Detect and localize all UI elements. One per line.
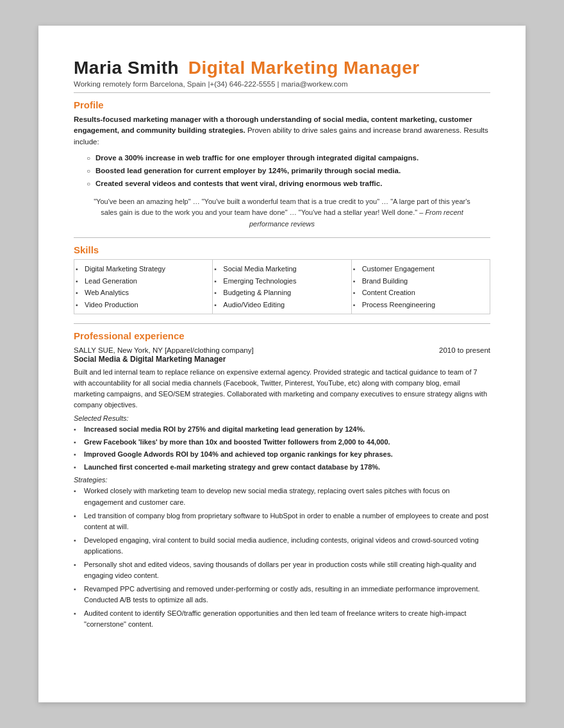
skills-divider bbox=[74, 237, 490, 238]
skill-2-3: Budgeting & Planning bbox=[214, 287, 347, 298]
profile-section: Profile Results-focused marketing manage… bbox=[74, 99, 490, 230]
skills-table: Digital Marketing Strategy Lead Generati… bbox=[74, 259, 490, 314]
profile-divider bbox=[74, 92, 490, 93]
selected-results-label: Selected Results: bbox=[74, 414, 490, 422]
skill-1-1: Digital Marketing Strategy bbox=[76, 264, 208, 275]
skill-3-4: Process Reengineering bbox=[353, 300, 486, 310]
skills-col-2: Social Media Marketing Emerging Technolo… bbox=[213, 260, 351, 314]
skill-1-4: Video Production bbox=[76, 300, 208, 310]
profile-bullets: Drove a 300% increase in web traffic for… bbox=[87, 153, 490, 190]
job-dates: 2010 to present bbox=[439, 346, 490, 354]
strategy-3: Developed engaging, viral content to bui… bbox=[74, 535, 490, 557]
header-name: Maria Smith bbox=[74, 58, 179, 78]
skills-col-3-list: Customer Engagement Brand Building Conte… bbox=[353, 264, 486, 310]
quote-text: "You've been an amazing help" … "You've … bbox=[94, 198, 470, 217]
job-company: SALLY SUE, New York, NY [Apparel/clothin… bbox=[74, 346, 254, 354]
header: Maria Smith Digital Marketing Manager Wo… bbox=[74, 58, 490, 88]
skill-3-3: Content Creation bbox=[353, 287, 486, 298]
skills-col-1-list: Digital Marketing Strategy Lead Generati… bbox=[76, 264, 208, 310]
strategy-1: Worked closely with marketing team to de… bbox=[74, 486, 490, 507]
skill-3-1: Customer Engagement bbox=[353, 264, 486, 275]
job-description: Built and led internal team to replace r… bbox=[74, 367, 490, 411]
result-1: Increased social media ROI by 275% and d… bbox=[74, 424, 490, 435]
result-2: Grew Facebook 'likes' by more than 10x a… bbox=[74, 437, 490, 448]
skill-1-2: Lead Generation bbox=[76, 276, 208, 287]
result-3: Improved Google Adwords ROI by 104% and … bbox=[74, 449, 490, 460]
exp-divider bbox=[74, 323, 490, 324]
skill-2-1: Social Media Marketing bbox=[214, 264, 347, 275]
job-title: Social Media & Digital Marketing Manager bbox=[74, 355, 490, 364]
skills-section: Skills Digital Marketing Strategy Lead G… bbox=[74, 244, 490, 314]
profile-intro: Results-focused marketing manager with a… bbox=[74, 114, 490, 148]
skill-2-2: Emerging Technologies bbox=[214, 276, 347, 287]
job-header-row: SALLY SUE, New York, NY [Apparel/clothin… bbox=[74, 346, 490, 354]
skill-3-2: Brand Building bbox=[353, 276, 486, 287]
skills-col-3: Customer Engagement Brand Building Conte… bbox=[351, 260, 490, 314]
strategies-list: Worked closely with marketing team to de… bbox=[74, 486, 490, 630]
strategy-5: Revamped PPC advertising and removed und… bbox=[74, 584, 490, 605]
selected-results-list: Increased social media ROI by 275% and d… bbox=[74, 424, 490, 472]
profile-bullet-2: Boosted lead generation for current empl… bbox=[87, 165, 490, 176]
skills-col-2-list: Social Media Marketing Emerging Technolo… bbox=[214, 264, 347, 310]
strategy-2: Led transition of company blog from prop… bbox=[74, 511, 490, 532]
exp-section-title: Professional experience bbox=[74, 330, 490, 341]
result-4: Launched first concerted e-mail marketin… bbox=[74, 462, 490, 473]
profile-quote: "You've been an amazing help" … "You've … bbox=[87, 196, 477, 230]
job-entry-1: SALLY SUE, New York, NY [Apparel/clothin… bbox=[74, 346, 490, 630]
skill-2-4: Audio/Video Editing bbox=[214, 300, 347, 310]
profile-bullet-3: Created several videos and contests that… bbox=[87, 178, 490, 189]
skills-col-1: Digital Marketing Strategy Lead Generati… bbox=[74, 260, 213, 314]
strategy-6: Audited content to identify SEO/traffic … bbox=[74, 608, 490, 630]
resume-page: Maria Smith Digital Marketing Manager Wo… bbox=[38, 26, 526, 702]
skills-row: Digital Marketing Strategy Lead Generati… bbox=[74, 260, 490, 314]
profile-section-title: Profile bbox=[74, 99, 490, 110]
header-contact: Working remotely form Barcelona, Spain |… bbox=[74, 80, 490, 88]
experience-section: Professional experience SALLY SUE, New Y… bbox=[74, 330, 490, 630]
strategies-label: Strategies: bbox=[74, 476, 490, 484]
strategy-4: Personally shot and edited videos, savin… bbox=[74, 559, 490, 581]
header-title: Digital Marketing Manager bbox=[188, 58, 420, 78]
skills-section-title: Skills bbox=[74, 244, 490, 255]
profile-bullet-1: Drove a 300% increase in web traffic for… bbox=[87, 153, 490, 164]
skill-1-3: Web Analytics bbox=[76, 287, 208, 298]
